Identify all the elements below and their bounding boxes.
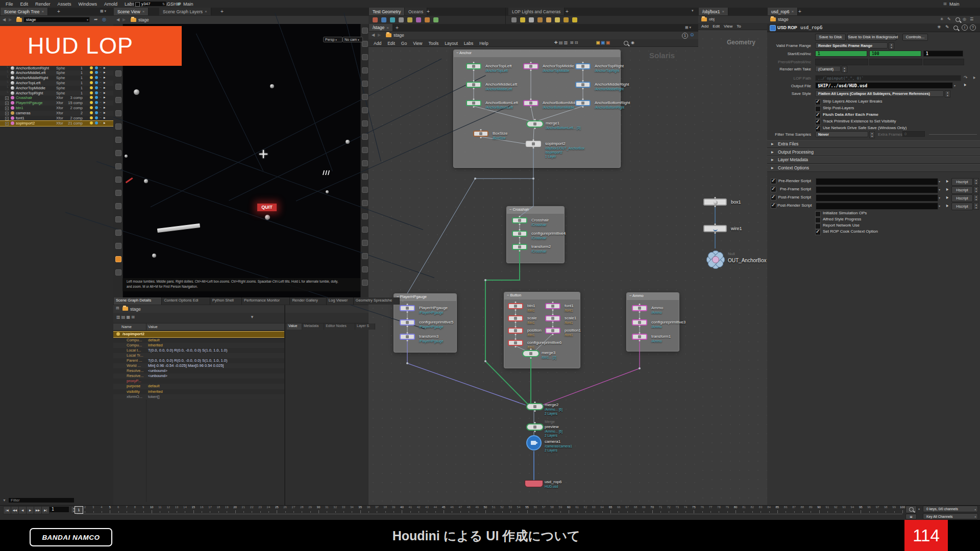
select-cursor-icon[interactable]: ▸ [104, 121, 106, 125]
shelf-tool-icon[interactable] [425, 17, 430, 22]
extra-frames-field[interactable]: 0 [902, 131, 925, 137]
network-node-preview[interactable] [526, 423, 544, 431]
activation-dot-icon[interactable] [95, 91, 98, 94]
visibility-dot-icon[interactable] [90, 81, 93, 84]
menu-assets[interactable]: Assets [54, 2, 75, 7]
network-node-AnchorMiddleLeft[interactable] [466, 82, 481, 88]
shelf-tool-icon[interactable] [433, 17, 438, 22]
checkbox-strip-layers-above-layer-breaks[interactable] [815, 99, 821, 105]
network-node-PlayerHPgauge[interactable] [400, 305, 415, 311]
stepper-icon[interactable]: ▴▾ [973, 178, 979, 185]
viewport-tool-icon[interactable] [115, 137, 121, 143]
tree-pin-icon[interactable]: ◎ [102, 17, 106, 22]
viewport-tool-icon[interactable] [115, 216, 121, 222]
viewport-tool-icon[interactable] [115, 123, 121, 130]
details-right-tab-0[interactable]: Value [287, 323, 302, 330]
details-funnel-icon[interactable]: ▼ [250, 315, 254, 319]
param-row[interactable]: Parent ...T(0.0, 0.0, 0.0) R(0.0, -0.0, … [113, 358, 284, 363]
network-camera-icon[interactable]: ◉ [631, 40, 634, 45]
viewport-tool-icon[interactable] [115, 110, 121, 116]
tab-details-1[interactable]: Content Options Edi [162, 297, 210, 305]
network-menu-add[interactable]: Add [371, 41, 384, 46]
select-cursor-icon[interactable]: ▸ [104, 66, 106, 70]
checkbox-strip-post-layers[interactable] [815, 106, 821, 112]
tree-row[interactable]: └AnchorTopMiddleSphe1–▸ [0, 86, 113, 91]
tree-filter-input[interactable]: Filter [8, 497, 75, 503]
network-node-configureprimitive6[interactable] [508, 340, 523, 346]
stepper-icon[interactable]: ▴▾ [869, 131, 875, 138]
obj-node-box1[interactable] [703, 198, 727, 206]
jump-icon[interactable]: ↷ [964, 75, 968, 80]
rop-button-1[interactable]: Save to Disk in Background [847, 34, 896, 41]
expand-icon[interactable]: + [5, 96, 9, 100]
tree-row[interactable]: +camerasXfor2–▸ [0, 111, 113, 116]
activation-dot-icon[interactable] [95, 111, 98, 114]
lop-path-field[interactable]: ../`opinput(".", 0)` [815, 75, 961, 81]
visibility-dot-icon[interactable] [90, 116, 93, 119]
details-name-col[interactable]: Name [121, 324, 132, 329]
rop-node-name[interactable]: usd_rop6 [800, 25, 822, 30]
network-new-tab-button[interactable]: + [396, 25, 399, 31]
shelf-tool-icon[interactable] [407, 17, 412, 22]
start-end-inc-field-2[interactable]: 1 [923, 51, 963, 57]
visibility-dot-icon[interactable] [90, 66, 93, 69]
tree-link-icon[interactable]: ➦ [94, 17, 98, 22]
viewport-display-icon[interactable] [362, 240, 368, 246]
viewport-tool-icon[interactable] [115, 177, 121, 183]
shelf-tool-icon[interactable] [381, 17, 386, 22]
chevron-down-icon[interactable]: ▾ [939, 196, 940, 199]
viewport-tool-icon[interactable] [115, 163, 121, 169]
tree-row[interactable]: +font1Xfor2 comp–▸ [0, 116, 113, 121]
viewport-display-icon[interactable] [362, 41, 368, 47]
network-node-font1[interactable] [545, 303, 560, 309]
tree-row[interactable]: └AnchorMiddleRightSphe1–▸ [0, 76, 113, 81]
param-root-row[interactable]: /sopimport2 [113, 331, 284, 338]
obj-node-out-anchorbox[interactable] [704, 248, 726, 270]
tab-details-5[interactable]: Log Viewer [327, 297, 354, 305]
desktop-selector[interactable]: y347 ⇅ [134, 1, 166, 7]
transport-1[interactable]: ◀◀ [11, 506, 19, 514]
network-node-position1[interactable] [545, 328, 560, 334]
viewport-display-icon[interactable] [362, 28, 368, 34]
viewport-tool-icon[interactable] [115, 243, 121, 249]
network-menu-edit[interactable]: Edit [384, 41, 398, 46]
network-node-sopimport2[interactable] [526, 141, 541, 147]
checkbox-set-rop-cook-context-option[interactable] [815, 230, 821, 235]
menu-windows[interactable]: Windows [75, 2, 101, 7]
start-end-inc-field-0[interactable]: 1 [815, 51, 867, 57]
timeline-zoom-button[interactable] [905, 506, 917, 513]
shelf-tool-icon[interactable] [520, 17, 525, 22]
viewport-display-icon[interactable] [362, 280, 368, 286]
menu-file[interactable]: File [2, 2, 17, 7]
tab-shelf-lop-lights[interactable]: LOP Lights and Cameras [508, 8, 565, 15]
main-right-label[interactable]: Main [949, 2, 960, 7]
expand-icon[interactable]: + [5, 112, 9, 115]
viewport-display-icon[interactable] [362, 54, 368, 60]
obj-menu-view[interactable]: View [722, 24, 734, 29]
activation-dot-icon[interactable] [95, 121, 98, 124]
obj-node-wire1[interactable] [703, 225, 727, 232]
viewport-display-icon[interactable] [362, 160, 368, 166]
param-row[interactable]: purposedefault [113, 384, 284, 389]
network-node-scale1[interactable] [545, 315, 560, 321]
close-icon[interactable]: × [41, 9, 44, 14]
tree-new-tab-button[interactable]: + [57, 9, 60, 14]
network-node-scale[interactable] [508, 315, 523, 321]
viewport-display-icon[interactable] [362, 173, 368, 180]
visibility-dot-icon[interactable] [90, 96, 93, 99]
close-icon[interactable]: × [791, 9, 794, 14]
rop-button-2[interactable]: Controls... [902, 34, 928, 41]
network-node-AnchorBottomRight[interactable] [575, 100, 591, 106]
preroll-field-2[interactable] [923, 59, 964, 65]
transport-0[interactable]: |◀ [3, 506, 11, 514]
select-cursor-icon[interactable]: ▸ [104, 101, 106, 105]
stepper-icon[interactable]: ▴▾ [945, 90, 950, 97]
output-file-field[interactable]: $HIP/../usd/HUD.usd [815, 82, 953, 89]
network-node-camera1[interactable] [526, 435, 542, 450]
network-node-transform3[interactable] [400, 334, 415, 340]
rop-button-0[interactable]: Save to Disk [815, 34, 846, 41]
details-right-tab-1[interactable]: Metadata [302, 323, 324, 330]
network-node-merge1[interactable] [526, 120, 544, 128]
viewport-display-icon[interactable] [362, 253, 368, 259]
network-menu-labs[interactable]: Labs [461, 41, 476, 46]
